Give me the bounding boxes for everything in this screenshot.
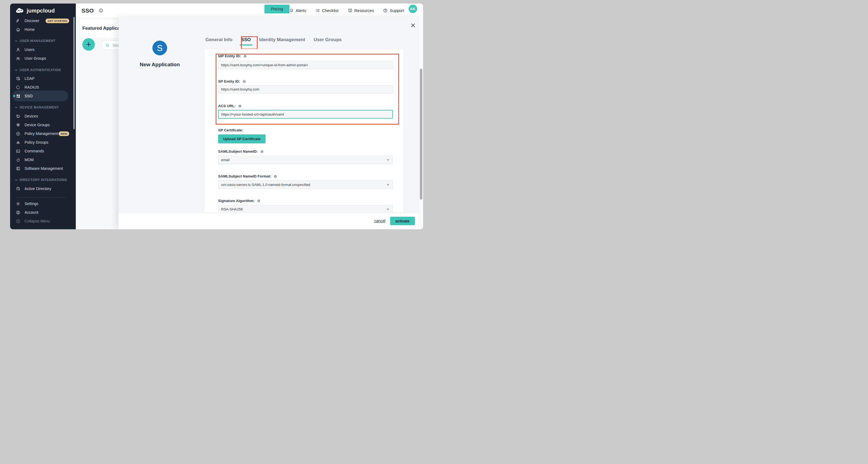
checklist-icon — [315, 8, 320, 13]
sidebar-section-user-authentication[interactable]: USER AUTHENTICATION — [10, 66, 76, 74]
caret-down-icon — [386, 184, 389, 186]
application-logo: S — [152, 41, 167, 55]
sp-entity-id-input[interactable] — [218, 85, 393, 94]
nav-checklist[interactable]: Checklist — [315, 8, 339, 13]
commands-icon — [16, 149, 21, 153]
home-icon — [16, 27, 21, 32]
chevron-down-icon — [15, 69, 18, 72]
sidebar-item-settings[interactable]: Settings — [10, 199, 76, 208]
sidebar-item-commands[interactable]: Commands — [10, 147, 76, 155]
top-header: SSO Pricing AlertsChecklistResourcesSupp… — [76, 4, 423, 18]
active-directory-icon — [16, 186, 21, 191]
sp-certificate-label: SP Certificate: — [218, 128, 243, 132]
jumpcloud-logo[interactable]: jumpcloud — [16, 7, 55, 14]
user-icon — [16, 48, 21, 52]
bell-icon — [289, 8, 294, 13]
sidebar-section-user-management[interactable]: USER MANAGEMENT — [10, 37, 76, 45]
search-icon — [105, 43, 110, 48]
sidebar-item-ldap[interactable]: LDAP — [10, 74, 76, 83]
saml-subject-nameid-format-label: SAMLSubject NameID Format: — [218, 174, 277, 178]
ldap-database-icon — [16, 76, 21, 81]
sidebar-item-radius[interactable]: RADIUS — [10, 83, 76, 91]
software-icon — [16, 166, 21, 171]
sidebar-item-software-management[interactable]: Software Management — [10, 164, 76, 173]
sidebar-divider — [17, 197, 66, 198]
activate-button[interactable]: activate — [390, 217, 415, 225]
policy-groups-icon — [16, 140, 21, 145]
active-item-dot — [13, 95, 15, 97]
tab-sso[interactable]: SSO — [241, 37, 251, 43]
jumpcloud-cloud-icon — [16, 7, 25, 14]
pricing-button[interactable]: Pricing — [265, 5, 289, 13]
tab-identity-management[interactable]: Identity Management — [259, 37, 305, 43]
jumpcloud-logo-text: jumpcloud — [27, 8, 55, 14]
sidebar-item-mdm[interactable]: MDM — [10, 156, 76, 164]
sidebar-item-active-directory[interactable]: Active Directory — [10, 185, 76, 193]
info-icon[interactable] — [257, 199, 260, 203]
sidebar-badge: NEW — [59, 131, 69, 136]
info-icon[interactable] — [260, 150, 264, 153]
sidebar-item-sso[interactable]: SSO — [12, 91, 68, 101]
signature-algorithm-label: Signature Algorithm: — [218, 199, 260, 203]
add-application-button[interactable] — [82, 38, 95, 51]
idp-entity-id-label: IdP Entity ID: — [218, 54, 247, 58]
saml-subject-nameid-select[interactable]: email — [218, 156, 393, 164]
modal-footer: cancel activate — [119, 213, 423, 229]
close-icon[interactable] — [410, 23, 416, 28]
nav-support[interactable]: Support — [383, 8, 404, 13]
nav-resources[interactable]: Resources — [348, 8, 374, 13]
tab-general-info[interactable]: General Info — [205, 37, 232, 43]
sidebar-item-account[interactable]: Account — [10, 208, 76, 216]
sidebar-section-device-management[interactable]: DEVICE MANAGEMENT — [10, 103, 76, 112]
application-name: New Application — [119, 62, 201, 68]
chevron-down-icon — [15, 179, 18, 182]
modal-scrollbar-thumb[interactable] — [420, 69, 422, 199]
info-icon[interactable] — [243, 54, 247, 58]
user-avatar[interactable]: KK — [409, 5, 417, 13]
info-icon[interactable] — [238, 104, 242, 108]
caret-down-icon — [386, 209, 389, 211]
sidebar-section-directory-integrations[interactable]: DIRECTORY INTEGRATIONS — [10, 176, 76, 184]
info-icon[interactable] — [273, 175, 277, 178]
sidebar-item-collapse-menu[interactable]: Collapse Menu — [10, 217, 76, 225]
tab-user-groups[interactable]: User Groups — [314, 37, 342, 43]
nav-alerts[interactable]: Alerts — [289, 8, 306, 13]
info-icon[interactable] — [242, 80, 246, 84]
sidebar-item-user-groups[interactable]: User Groups — [10, 54, 76, 62]
saml-subject-nameid-format-select[interactable]: urn:oasis:names:tc:SAML:1.0:nameid-forma… — [218, 181, 393, 189]
sidebar-item-policy-management[interactable]: Policy ManagementNEW — [10, 129, 76, 138]
sidebar-item-device-groups[interactable]: Device Groups — [10, 121, 76, 129]
apple-icon — [16, 158, 21, 162]
devices-icon — [16, 114, 21, 119]
plus-icon — [86, 41, 92, 48]
sp-entity-id-label: SP Entity ID: — [218, 79, 246, 84]
chevron-down-icon — [15, 106, 18, 109]
cancel-link[interactable]: cancel — [374, 219, 385, 223]
sidebar-item-users[interactable]: Users — [10, 45, 76, 54]
modal-scrollbar-track[interactable] — [419, 18, 423, 229]
sidebar-item-devices[interactable]: Devices — [10, 112, 76, 120]
sso-form-panel: IdP Entity ID: SP Entity ID: ACS URL: — [204, 49, 404, 213]
sidebar-item-policy-groups[interactable]: Policy Groups — [10, 138, 76, 146]
device-groups-icon — [16, 123, 21, 127]
users-icon — [16, 56, 21, 61]
signature-algorithm-select[interactable]: RSA-SHA256 — [218, 205, 393, 213]
policy-management-icon — [16, 131, 21, 136]
info-icon[interactable] — [99, 8, 103, 13]
sidebar-item-discover[interactable]: DiscoverGET STARTED — [10, 17, 76, 25]
sso-grid-icon — [16, 94, 21, 98]
collapse-icon — [16, 219, 21, 223]
idp-entity-id-input[interactable] — [218, 61, 393, 69]
active-tab-underline — [240, 44, 252, 45]
page-title: SSO — [82, 7, 94, 14]
upload-sp-certificate-button[interactable]: Upload SP Certificate — [218, 134, 266, 144]
sidebar-scrollbar[interactable] — [73, 17, 75, 129]
screen-background: jumpcloud DiscoverGET STARTEDHomeUSER MA… — [0, 0, 434, 232]
sidebar-item-home[interactable]: Home — [10, 25, 76, 34]
caret-down-icon — [386, 159, 389, 161]
new-application-modal: S New Application General Info SSO Ident… — [119, 18, 423, 229]
gear-icon — [16, 202, 21, 206]
acs-url-input[interactable] — [218, 110, 393, 119]
acs-url-label: ACS URL: — [218, 104, 242, 108]
account-icon — [16, 210, 21, 215]
